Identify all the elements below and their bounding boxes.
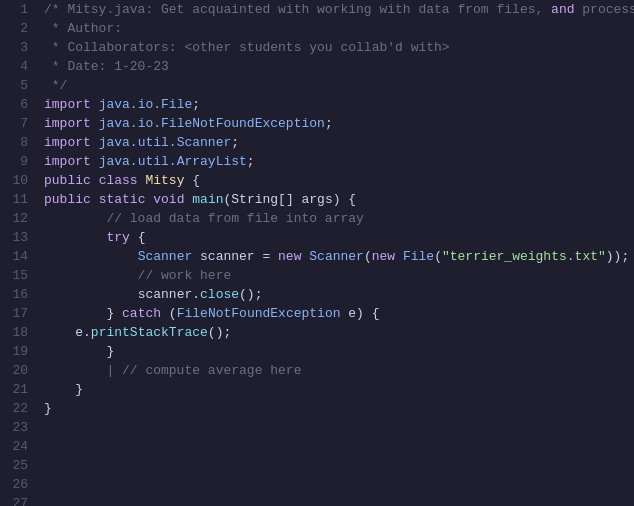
line-num: 26 bbox=[8, 475, 28, 494]
line-num: 9 bbox=[8, 152, 28, 171]
line-num: 18 bbox=[8, 323, 28, 342]
line-num: 22 bbox=[8, 399, 28, 418]
line-num: 16 bbox=[8, 285, 28, 304]
line-num: 12 bbox=[8, 209, 28, 228]
code-line: e.printStackTrace(); bbox=[44, 323, 634, 342]
code-line: // load data from file into array bbox=[44, 209, 634, 228]
code-line: try { bbox=[44, 228, 634, 247]
line-num: 20 bbox=[8, 361, 28, 380]
line-num: 24 bbox=[8, 437, 28, 456]
line-num: 7 bbox=[8, 114, 28, 133]
code-line: scanner.close(); bbox=[44, 285, 634, 304]
line-num: 17 bbox=[8, 304, 28, 323]
line-num: 27 bbox=[8, 494, 28, 506]
code-line: import java.util.Scanner; bbox=[44, 133, 634, 152]
code-line: | // compute average here bbox=[44, 361, 634, 380]
code-line: } bbox=[44, 399, 634, 418]
line-num: 10 bbox=[8, 171, 28, 190]
line-num: 2 bbox=[8, 19, 28, 38]
line-num: 4 bbox=[8, 57, 28, 76]
line-numbers: 1 2 3 4 5 6 7 8 9 10 11 12 13 14 15 16 1… bbox=[0, 0, 36, 506]
code-line: import java.io.File; bbox=[44, 95, 634, 114]
line-num: 15 bbox=[8, 266, 28, 285]
line-num: 23 bbox=[8, 418, 28, 437]
line-num: 11 bbox=[8, 190, 28, 209]
code-line: * Collaborators: <other students you col… bbox=[44, 38, 634, 57]
code-editor: 1 2 3 4 5 6 7 8 9 10 11 12 13 14 15 16 1… bbox=[0, 0, 634, 506]
code-line: public static void main(String[] args) { bbox=[44, 190, 634, 209]
line-num: 8 bbox=[8, 133, 28, 152]
line-num: 1 bbox=[8, 0, 28, 19]
code-line: import java.util.ArrayList; bbox=[44, 152, 634, 171]
code-line: /* Mitsy.java: Get acquainted with worki… bbox=[44, 0, 634, 19]
code-line: } bbox=[44, 380, 634, 399]
line-num: 5 bbox=[8, 76, 28, 95]
line-num: 14 bbox=[8, 247, 28, 266]
code-line: // work here bbox=[44, 266, 634, 285]
code-line: Scanner scanner = new Scanner(new File("… bbox=[44, 247, 634, 266]
line-num: 3 bbox=[8, 38, 28, 57]
code-line: * Author: bbox=[44, 19, 634, 38]
line-num: 21 bbox=[8, 380, 28, 399]
code-line: public class Mitsy { bbox=[44, 171, 634, 190]
line-num: 6 bbox=[8, 95, 28, 114]
code-content[interactable]: /* Mitsy.java: Get acquainted with worki… bbox=[36, 0, 634, 506]
code-line: } catch (FileNotFoundException e) { bbox=[44, 304, 634, 323]
code-line: import java.io.FileNotFoundException; bbox=[44, 114, 634, 133]
line-num: 13 bbox=[8, 228, 28, 247]
code-line: */ bbox=[44, 76, 634, 95]
code-line: * Date: 1-20-23 bbox=[44, 57, 634, 76]
code-line: } bbox=[44, 342, 634, 361]
line-num: 25 bbox=[8, 456, 28, 475]
line-num: 19 bbox=[8, 342, 28, 361]
